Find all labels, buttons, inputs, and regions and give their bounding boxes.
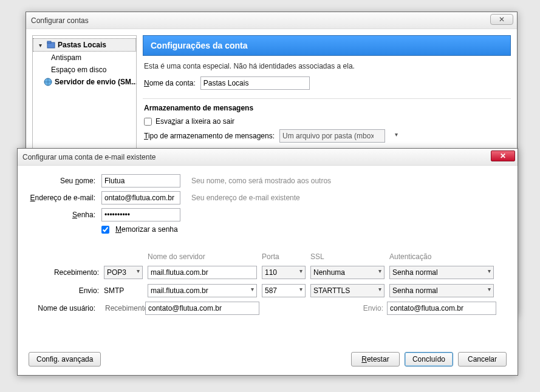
- tree-root-label: Pastas Locais: [58, 41, 106, 49]
- outgoing-port-select[interactable]: [262, 284, 306, 297]
- folder-icon: [47, 41, 55, 49]
- account-name-input[interactable]: [200, 76, 310, 90]
- empty-trash-checkbox[interactable]: [144, 118, 152, 126]
- tree-root-local-folders[interactable]: ▾ Pastas Locais: [33, 38, 136, 52]
- name-label: Seu nome:: [29, 177, 95, 185]
- name-hint: Seu nome, como será mostrado aos outros: [191, 177, 331, 185]
- email-label: Endereço de e-mail:: [29, 194, 95, 202]
- dialog-titlebar[interactable]: Configurar uma conta de e-mail existente…: [18, 149, 518, 166]
- outgoing-ssl-select[interactable]: [310, 284, 384, 297]
- globe-icon: [44, 78, 52, 86]
- outgoing-proto: SMTP: [101, 285, 145, 297]
- incoming-port-select[interactable]: [262, 266, 306, 279]
- email-hint: Seu endereço de e-mail existente: [191, 194, 300, 202]
- tree-item-label: Servidor de envio (SM...: [55, 78, 136, 86]
- username-label: Nome de usuário:: [29, 304, 101, 313]
- storage-type-label: Tipo de armazenamento de mensagens:: [144, 132, 275, 140]
- email-setup-dialog: Configurar uma conta de e-mail existente…: [17, 148, 518, 376]
- password-input[interactable]: [101, 208, 180, 221]
- incoming-ssl-select[interactable]: [310, 266, 384, 279]
- col-ssl: SSL: [308, 251, 387, 263]
- svg-rect-1: [47, 41, 51, 43]
- tree-item-label: Antispam: [51, 53, 81, 62]
- col-port: Porta: [259, 251, 308, 263]
- accounts-title: Configurar contas: [31, 16, 89, 25]
- tree-item-diskspace[interactable]: Espaço em disco: [33, 64, 136, 76]
- outgoing-auth-select[interactable]: [389, 284, 494, 297]
- incoming-label: Recebimento:: [29, 266, 101, 279]
- password-label: Senha:: [29, 211, 95, 219]
- email-input[interactable]: [101, 191, 180, 204]
- storage-group-title: Armazenamento de mensagens: [143, 103, 511, 116]
- col-server: Nome do servidor: [145, 251, 259, 263]
- close-icon[interactable]: ✕: [491, 150, 515, 161]
- done-button[interactable]: Concluído: [405, 352, 453, 367]
- chevron-down-icon[interactable]: ▾: [36, 41, 44, 49]
- username-outgoing-label: Envio:: [308, 304, 387, 313]
- username-outgoing-input[interactable]: [387, 302, 496, 315]
- section-header: Configurações da conta: [143, 35, 511, 56]
- retest-button[interactable]: Retestar: [351, 352, 400, 367]
- username-incoming-input[interactable]: [145, 302, 259, 315]
- accounts-titlebar[interactable]: Configurar contas ✕: [26, 12, 517, 29]
- incoming-auth-select[interactable]: [389, 266, 494, 279]
- incoming-server-input[interactable]: [148, 266, 257, 279]
- dialog-title: Configurar uma conta de e-mail existente: [22, 153, 156, 161]
- close-icon[interactable]: ✕: [490, 14, 513, 25]
- col-auth: Autenticação: [387, 251, 496, 263]
- username-incoming-label: Recebimento:: [101, 304, 145, 313]
- outgoing-label: Envio:: [29, 285, 101, 297]
- storage-type-select: [279, 129, 385, 143]
- tree-item-label: Espaço em disco: [51, 66, 106, 74]
- advanced-config-button[interactable]: Config. avançada: [29, 352, 101, 367]
- section-desc: Esta é uma conta especial. Não há identi…: [143, 56, 511, 74]
- empty-trash-label: Esvaziar a lixeira ao sair: [156, 117, 234, 126]
- account-name-label: Nome da conta:: [144, 79, 196, 87]
- tree-item-antispam[interactable]: Antispam: [33, 52, 136, 64]
- tree-item-smtp[interactable]: Servidor de envio (SM...: [33, 76, 136, 88]
- outgoing-server-select[interactable]: [148, 284, 257, 297]
- incoming-proto-select[interactable]: [104, 266, 143, 279]
- cancel-button[interactable]: Cancelar: [458, 352, 507, 367]
- remember-checkbox[interactable]: [101, 226, 109, 234]
- name-input[interactable]: [101, 174, 180, 188]
- remember-label: Memorizar a senha: [115, 225, 178, 234]
